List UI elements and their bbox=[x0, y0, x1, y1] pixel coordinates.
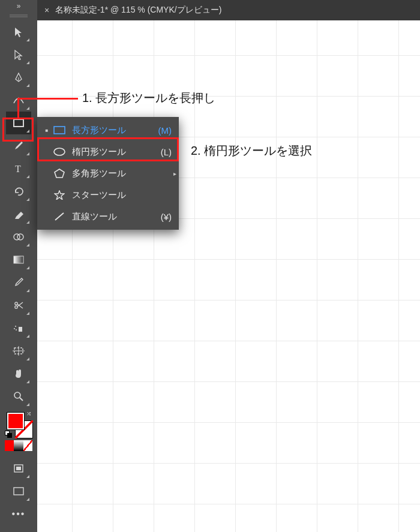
flyout-label: スターツール bbox=[72, 190, 172, 201]
fill-stroke-swatch[interactable]: ⤭ bbox=[5, 410, 32, 438]
fill-swatch[interactable] bbox=[7, 413, 24, 429]
flyout-item-ellipse[interactable]: 楕円形ツール (L) bbox=[37, 141, 179, 163]
swap-fill-stroke-icon[interactable]: ⤭ bbox=[26, 410, 31, 417]
svg-rect-23 bbox=[16, 467, 21, 470]
svg-point-10 bbox=[15, 306, 17, 308]
svg-rect-8 bbox=[14, 256, 23, 263]
document-tab-title[interactable]: 名称未設定-1* @ 115 % (CMYK/プレビュー) bbox=[55, 5, 221, 16]
gradient-tool[interactable] bbox=[6, 248, 31, 271]
pen-tool[interactable] bbox=[6, 66, 31, 89]
expand-icon: » bbox=[17, 2, 21, 10]
svg-rect-13 bbox=[19, 327, 22, 332]
color-mode-solid[interactable] bbox=[5, 440, 14, 451]
rectangle-icon bbox=[13, 118, 25, 128]
svg-marker-27 bbox=[55, 169, 64, 178]
selection-tool[interactable] bbox=[6, 20, 31, 43]
svg-point-20 bbox=[14, 392, 20, 398]
annotation-text-2: 2. 楕円形ツールを選択 bbox=[191, 143, 312, 159]
svg-point-16 bbox=[16, 329, 17, 330]
selection-arrow-icon bbox=[13, 26, 24, 37]
toolbar-ruler-grip[interactable] bbox=[0, 12, 37, 20]
zoom-icon bbox=[13, 391, 24, 402]
svg-point-26 bbox=[54, 148, 65, 155]
shape-builder-icon bbox=[13, 232, 25, 242]
screen-mode-icon bbox=[13, 486, 25, 496]
flyout-label: 直線ツール bbox=[72, 211, 161, 223]
paintbrush-tool[interactable] bbox=[6, 134, 31, 157]
type-tool[interactable]: T bbox=[6, 157, 31, 180]
current-tool-dot-icon: ■ bbox=[44, 128, 49, 133]
artboard-icon bbox=[13, 346, 25, 356]
rotate-tool[interactable] bbox=[6, 180, 31, 203]
document-tab-bar: × 名称未設定-1* @ 115 % (CMYK/プレビュー) bbox=[37, 0, 420, 20]
svg-point-3 bbox=[18, 98, 20, 100]
draw-mode-button[interactable] bbox=[6, 457, 31, 480]
ellipse-icon bbox=[53, 148, 66, 156]
line-icon bbox=[53, 212, 66, 221]
rectangle-tool[interactable] bbox=[6, 112, 31, 134]
ellipsis-icon: ••• bbox=[12, 509, 26, 519]
draw-mode-icon bbox=[13, 464, 25, 473]
zoom-tool[interactable] bbox=[6, 385, 31, 408]
svg-text:T: T bbox=[15, 164, 21, 174]
svg-point-7 bbox=[17, 234, 23, 240]
spray-icon bbox=[13, 323, 25, 333]
paintbrush-icon bbox=[13, 140, 24, 151]
svg-point-14 bbox=[15, 326, 16, 327]
hand-tool[interactable] bbox=[6, 362, 31, 385]
screen-mode-button[interactable] bbox=[6, 480, 31, 503]
flyout-shortcut: (M) bbox=[158, 125, 172, 136]
eraser-tool[interactable] bbox=[6, 203, 31, 226]
artboard-tool[interactable] bbox=[6, 339, 31, 362]
flyout-item-star[interactable]: スターツール bbox=[37, 184, 179, 206]
curvature-tool[interactable] bbox=[6, 89, 31, 112]
color-mode-none[interactable] bbox=[23, 440, 32, 451]
annotation-text-1: 1. 長方形ツールを長押し bbox=[82, 90, 215, 106]
chevron-right-icon: ▸ bbox=[173, 170, 176, 177]
rectangle-icon bbox=[53, 126, 66, 134]
polygon-icon bbox=[53, 169, 66, 178]
svg-marker-28 bbox=[55, 191, 64, 200]
scissors-tool[interactable] bbox=[6, 294, 31, 317]
direct-selection-tool[interactable] bbox=[6, 43, 31, 66]
rotate-icon bbox=[13, 186, 24, 197]
tab-close-button[interactable]: × bbox=[44, 5, 49, 15]
curvature-icon bbox=[13, 95, 25, 106]
eraser-icon bbox=[13, 209, 25, 219]
flyout-label: 長方形ツール bbox=[72, 125, 158, 136]
flyout-label: 楕円形ツール bbox=[72, 146, 161, 158]
flyout-item-polygon[interactable]: 多角形ツール ▸ bbox=[37, 163, 179, 184]
scissors-icon bbox=[13, 300, 24, 311]
shape-tool-flyout: ■ 長方形ツール (M) 楕円形ツール (L) 多角形ツール ▸ スターツール … bbox=[37, 117, 179, 230]
eyedropper-icon bbox=[13, 277, 24, 288]
svg-rect-25 bbox=[54, 127, 65, 134]
svg-point-15 bbox=[14, 328, 15, 329]
toolbar-expand-button[interactable]: » bbox=[0, 0, 37, 12]
gradient-icon bbox=[13, 255, 25, 265]
color-mode-gradient[interactable] bbox=[14, 440, 23, 451]
symbol-sprayer-tool[interactable] bbox=[6, 317, 31, 339]
svg-rect-24 bbox=[14, 488, 23, 495]
svg-line-21 bbox=[20, 398, 23, 401]
flyout-item-line[interactable]: 直線ツール (¥) bbox=[37, 206, 179, 227]
eyedropper-tool[interactable] bbox=[6, 271, 31, 294]
pen-icon bbox=[13, 72, 24, 83]
grip-icon bbox=[10, 14, 28, 18]
default-fill-stroke-icon[interactable] bbox=[5, 431, 12, 438]
flyout-label: 多角形ツール bbox=[72, 168, 172, 179]
type-icon: T bbox=[13, 163, 24, 174]
flyout-shortcut: (L) bbox=[161, 147, 172, 157]
svg-line-29 bbox=[55, 213, 64, 220]
toolbar: » T bbox=[0, 0, 37, 532]
shape-builder-tool[interactable] bbox=[6, 226, 31, 248]
hand-icon bbox=[13, 368, 24, 379]
flyout-item-rectangle[interactable]: ■ 長方形ツール (M) bbox=[37, 119, 179, 141]
svg-point-9 bbox=[15, 302, 17, 305]
flyout-shortcut: (¥) bbox=[161, 212, 172, 222]
edit-toolbar-button[interactable]: ••• bbox=[6, 503, 31, 525]
star-icon bbox=[53, 190, 66, 200]
color-mode-row bbox=[5, 440, 32, 452]
direct-selection-arrow-icon bbox=[13, 49, 24, 60]
svg-rect-4 bbox=[14, 119, 23, 127]
